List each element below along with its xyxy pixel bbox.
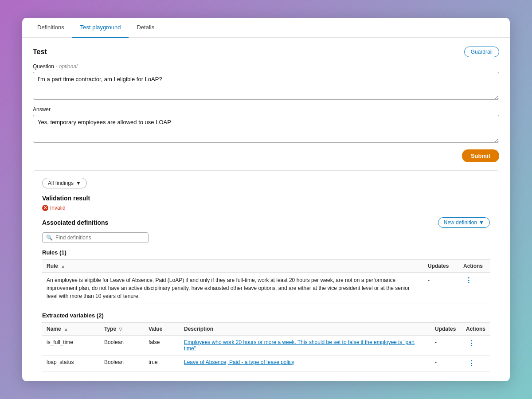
suggestions-title: Suggestions (1) [42, 379, 490, 382]
ev-actions-button-1[interactable]: ⋮ [466, 359, 477, 368]
invalid-icon: ✕ [42, 205, 48, 211]
ev-name-header: Name ▲ [42, 322, 100, 335]
question-field: Question - optional I'm a part time cont… [33, 63, 499, 101]
rule-col-header: Rule ▲ [42, 259, 423, 272]
all-findings-dropdown[interactable]: All findings ▼ [42, 178, 87, 188]
tab-details[interactable]: Details [129, 18, 162, 38]
ev-value-0: false [144, 335, 180, 355]
answer-input[interactable]: Yes, temporary employees are allowed to … [33, 115, 499, 143]
validation-title: Validation result [42, 195, 490, 202]
ev-value-1: true [144, 355, 180, 371]
tab-test-playground[interactable]: Test playground [72, 18, 129, 38]
extracted-table: Name ▲ Type ▽ Value Description U [42, 322, 490, 372]
ev-value-header: Value [144, 322, 180, 335]
new-definition-button[interactable]: New definition ▼ [438, 217, 490, 228]
table-row: loap_status Boolean true Leave of Absenc… [42, 355, 490, 371]
ev-actions-header: Actions [462, 322, 490, 335]
rule-actions-button[interactable]: ⋮ [463, 276, 474, 285]
actions-col-header: Actions [459, 259, 490, 272]
test-title: Test [33, 48, 47, 56]
ev-name-0: is_full_time [42, 335, 100, 355]
updates-col-header: Updates [423, 259, 459, 272]
results-area: All findings ▼ Validation result ✕ Inval… [33, 170, 499, 381]
ev-desc-0: Employees who work 20 hours or more a we… [180, 335, 430, 355]
table-row: An employee is eligible for Leave of Abs… [42, 272, 490, 304]
find-definitions-search[interactable]: 🔍 [42, 232, 149, 243]
question-label: Question - optional [33, 63, 499, 70]
rules-table: Rule ▲ Updates Actions An employee is el… [42, 259, 490, 304]
suggestions-section: Suggestions (1) Name ▲ Type ▽ [42, 379, 490, 382]
rule-text: An employee is eligible for Leave of Abs… [42, 272, 423, 304]
ev-type-header: Type ▽ [100, 322, 144, 335]
ev-actions-1: ⋮ [462, 355, 490, 371]
dropdown-arrow-icon: ▼ [76, 180, 81, 186]
ev-updates-1: - [430, 355, 462, 371]
ev-desc-header: Description [180, 322, 430, 335]
submit-button[interactable]: Submit [462, 149, 499, 162]
rule-updates: - [423, 272, 459, 304]
guardrail-button[interactable]: Guardrail [464, 47, 499, 57]
ev-updates-0: - [430, 335, 462, 355]
assoc-header: Associated definitions New definition ▼ [42, 217, 490, 228]
new-def-arrow-icon: ▼ [479, 219, 484, 226]
invalid-badge: ✕ Invalid [42, 205, 66, 211]
question-input[interactable]: I'm a part time contractor, am I eligibl… [33, 72, 499, 100]
ev-name-1: loap_status [42, 355, 100, 371]
answer-label: Answer [33, 106, 499, 113]
test-section-header: Test Guardrail [33, 47, 499, 57]
tabs-bar: Definitions Test playground Details [22, 18, 510, 38]
ev-actions-0: ⋮ [462, 335, 490, 355]
tab-definitions[interactable]: Definitions [29, 18, 72, 38]
extracted-title: Extracted variables (2) [42, 312, 490, 319]
submit-row: Submit [33, 149, 499, 162]
find-definitions-input[interactable] [55, 235, 145, 241]
ev-type-0: Boolean [100, 335, 144, 355]
ev-actions-button-0[interactable]: ⋮ [466, 339, 477, 348]
ev-updates-header: Updates [430, 322, 462, 335]
rule-sort-icon[interactable]: ▲ [61, 264, 65, 269]
rules-title: Rules (1) [42, 249, 490, 256]
assoc-title: Associated definitions [42, 219, 108, 226]
ev-desc-1: Leave of Absence, Paid - a type of leave… [180, 355, 430, 371]
main-card: Definitions Test playground Details Test… [22, 18, 510, 381]
ev-type-sort-icon[interactable]: ▽ [119, 327, 122, 332]
search-icon: 🔍 [46, 235, 53, 241]
content-area: Test Guardrail Question - optional I'm a… [22, 38, 510, 381]
validation-section: Validation result ✕ Invalid [42, 195, 490, 211]
rule-actions: ⋮ [459, 272, 490, 304]
answer-field: Answer Yes, temporary employees are allo… [33, 106, 499, 144]
question-optional: - optional [55, 63, 77, 70]
ev-name-sort-icon[interactable]: ▲ [64, 327, 68, 332]
filter-row: All findings ▼ [42, 178, 490, 188]
ev-type-1: Boolean [100, 355, 144, 371]
extracted-section: Extracted variables (2) Name ▲ Type ▽ [42, 312, 490, 372]
table-row: is_full_time Boolean false Employees who… [42, 335, 490, 355]
